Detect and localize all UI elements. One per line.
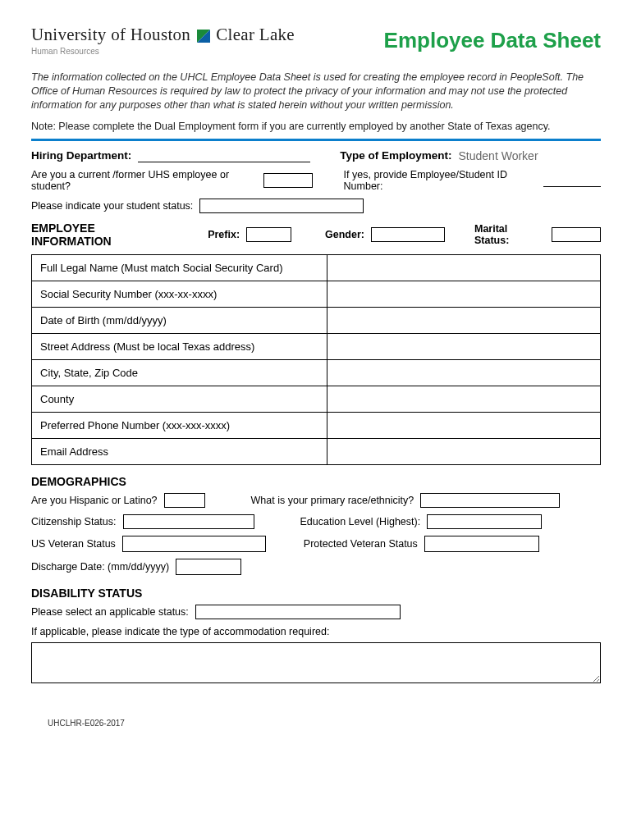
employee-info-table: Full Legal Name (Must match Social Secur… (31, 254, 601, 465)
disability-title: DISABILITY STATUS (31, 587, 601, 600)
prefix-input[interactable] (246, 227, 291, 242)
row-input-cell[interactable] (327, 438, 601, 464)
citizenship-input[interactable] (123, 514, 254, 529)
discharge-label: Discharge Date: (mm/dd/yyyy) (31, 561, 169, 573)
accommodation-input[interactable] (31, 642, 601, 683)
row-input-cell[interactable] (327, 281, 601, 307)
student-status-label: Please indicate your student status: (31, 200, 193, 212)
marital-input[interactable] (552, 227, 601, 242)
row-input-cell[interactable] (327, 359, 601, 386)
hispanic-label: Are you Hispanic or Latino? (31, 495, 158, 506)
race-input[interactable] (420, 493, 560, 508)
uhs-id-label: If yes, provide Employee/Student ID Numb… (344, 169, 537, 192)
row-label: Street Address (Must be local Texas addr… (32, 333, 327, 359)
row-label: Full Legal Name (Must match Social Secur… (32, 254, 327, 281)
employment-type-label: Type of Employment: (340, 149, 451, 162)
accommodation-label: If applicable, please indicate the type … (31, 626, 601, 637)
marital-label: Marital Status: (474, 223, 545, 246)
employee-info-title: EMPLOYEE INFORMATION (31, 221, 178, 248)
student-status-row: Please indicate your student status: (31, 199, 601, 213)
discharge-input[interactable] (176, 559, 241, 575)
hispanic-row: Are you Hispanic or Latino? What is your… (31, 493, 601, 508)
employee-info-header-row: EMPLOYEE INFORMATION Prefix: Gender: Mar… (31, 221, 601, 248)
table-row: Street Address (Must be local Texas addr… (32, 333, 601, 359)
disability-status-input[interactable] (195, 605, 401, 619)
university-suffix: Clear Lake (216, 25, 295, 44)
row-label: Date of Birth (mm/dd/yyyy) (32, 307, 327, 333)
uhs-answer-input[interactable] (263, 173, 313, 188)
discharge-row: Discharge Date: (mm/dd/yyyy) (31, 559, 601, 575)
row-label: Social Security Number (xxx-xx-xxxx) (32, 281, 327, 307)
table-row: Email Address (32, 438, 601, 464)
row-label: County (32, 386, 327, 412)
hiring-dept-input[interactable] (138, 149, 310, 162)
uhs-question-label: Are you a current /former UHS employee o… (31, 169, 257, 192)
veteran-input[interactable] (122, 536, 266, 552)
table-row: County (32, 386, 601, 412)
veteran-row: US Veteran Status Protected Veteran Stat… (31, 536, 601, 552)
gender-input[interactable] (371, 227, 445, 242)
table-row: Date of Birth (mm/dd/yyyy) (32, 307, 601, 333)
note-paragraph: Note: Please complete the Dual Employmen… (31, 121, 601, 132)
protected-veteran-input[interactable] (424, 536, 539, 552)
row-label: Email Address (32, 438, 327, 464)
header: University of Houston Clear Lake Human R… (31, 25, 601, 56)
uhcl-logo-icon (197, 30, 210, 43)
table-row: Social Security Number (xxx-xx-xxxx) (32, 281, 601, 307)
hiring-dept-label: Hiring Department: (31, 149, 131, 162)
citizenship-row: Citizenship Status: Education Level (Hig… (31, 514, 601, 529)
disability-select-row: Please select an applicable status: (31, 605, 601, 619)
row-input-cell[interactable] (327, 307, 601, 333)
student-status-input[interactable] (199, 199, 364, 213)
employment-type-value: Student Worker (459, 149, 538, 162)
row-input-cell[interactable] (327, 386, 601, 412)
education-label: Education Level (Highest): (300, 516, 421, 527)
disability-select-label: Please select an applicable status: (31, 606, 189, 618)
row-input-cell[interactable] (327, 254, 601, 281)
table-row: Preferred Phone Number (xxx-xxx-xxxx) (32, 412, 601, 438)
demographics-title: DEMOGRAPHICS (31, 475, 601, 488)
citizenship-label: Citizenship Status: (31, 516, 117, 527)
row-input-cell[interactable] (327, 412, 601, 438)
intro-paragraph: The information collected on the UHCL Em… (31, 71, 601, 112)
education-input[interactable] (427, 514, 542, 529)
table-row: Full Legal Name (Must match Social Secur… (32, 254, 601, 281)
prefix-label: Prefix: (208, 229, 240, 240)
veteran-label: US Veteran Status (31, 538, 116, 550)
row-input-cell[interactable] (327, 333, 601, 359)
gender-label: Gender: (325, 229, 364, 240)
uhs-row: Are you a current /former UHS employee o… (31, 169, 601, 192)
table-row: City, State, Zip Code (32, 359, 601, 386)
university-name: University of Houston Clear Lake (31, 25, 295, 45)
race-label: What is your primary race/ethnicity? (251, 495, 414, 506)
blue-divider (31, 139, 601, 141)
hr-subtitle: Human Resources (31, 47, 295, 56)
logo-block: University of Houston Clear Lake Human R… (31, 25, 295, 56)
row-label: Preferred Phone Number (xxx-xxx-xxxx) (32, 412, 327, 438)
footer-code: UHCLHR-E026-2017 (48, 719, 601, 728)
uhs-id-input[interactable] (543, 174, 601, 187)
form-title: Employee Data Sheet (384, 28, 601, 53)
hispanic-input[interactable] (164, 493, 205, 508)
hiring-row: Hiring Department: Type of Employment: S… (31, 149, 601, 162)
row-label: City, State, Zip Code (32, 359, 327, 386)
university-prefix: University of Houston (31, 25, 190, 44)
protected-veteran-label: Protected Veteran Status (304, 538, 418, 550)
